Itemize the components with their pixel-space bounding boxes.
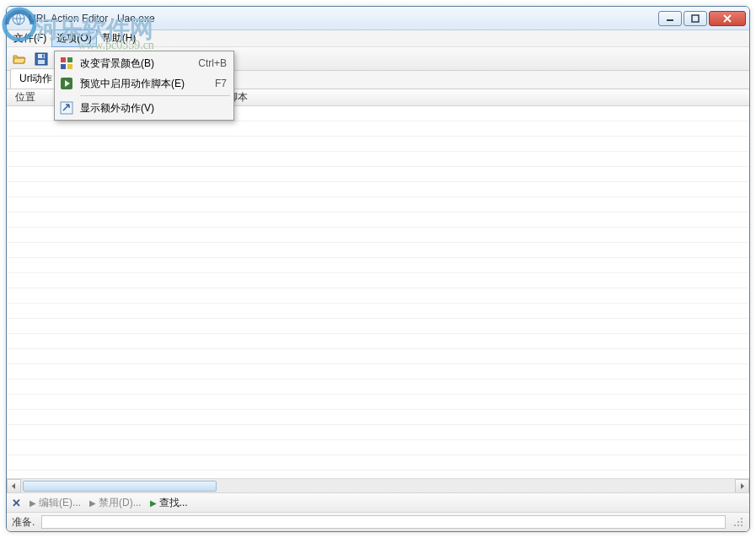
folder-open-icon — [12, 51, 27, 67]
svg-point-9 — [737, 521, 739, 523]
options-dropdown: 改变背景颜色(B) Ctrl+B 预览中启用动作脚本(E) F7 显示额外动作(… — [54, 51, 234, 121]
list-content[interactable] — [7, 106, 749, 478]
menuitem-shortcut: F7 — [215, 78, 227, 89]
svg-rect-3 — [692, 15, 699, 22]
resize-grip-icon[interactable] — [732, 516, 744, 528]
menuitem-enable-preview-script[interactable]: 预览中启用动作脚本(E) F7 — [56, 73, 232, 94]
horizontal-scrollbar[interactable] — [7, 478, 749, 492]
svg-rect-17 — [67, 64, 72, 69]
triangle-icon: ▶ — [89, 498, 96, 508]
svg-point-8 — [741, 518, 743, 519]
svg-point-13 — [741, 525, 743, 526]
menuitem-change-bg-color[interactable]: 改变背景颜色(B) Ctrl+B — [56, 53, 232, 73]
edit-action-button[interactable]: ▶编辑(E)... — [29, 496, 81, 510]
app-icon — [12, 12, 25, 25]
menu-separator — [80, 95, 230, 96]
find-action-label: 查找... — [159, 496, 188, 510]
open-button[interactable] — [10, 50, 29, 68]
triangle-green-icon: ▶ — [150, 498, 157, 508]
svg-point-12 — [737, 525, 739, 526]
titlebar: URL Action Editor - Uae.exe — [7, 7, 749, 30]
menubar: 文件(F) 选项(O) 帮助(H) — [7, 30, 749, 47]
disable-action-button[interactable]: ▶禁用(D)... — [89, 496, 142, 510]
menuitem-label: 预览中启用动作脚本(E) — [80, 77, 205, 91]
svg-rect-6 — [38, 60, 45, 64]
scroll-left-button[interactable] — [7, 479, 21, 493]
arrow-box-icon — [58, 100, 75, 116]
menuitem-show-extra-actions[interactable]: 显示额外动作(V) — [56, 98, 232, 118]
statusbar: 准备. — [7, 513, 749, 531]
maximize-button[interactable] — [684, 11, 707, 26]
floppy-save-icon — [34, 51, 49, 67]
scroll-right-button[interactable] — [735, 479, 749, 493]
play-box-icon — [58, 75, 75, 92]
find-action-button[interactable]: ▶查找... — [150, 496, 188, 510]
status-text: 准备. — [12, 515, 35, 530]
minimize-button[interactable] — [658, 11, 682, 26]
menuitem-label: 显示额外动作(V) — [80, 101, 227, 116]
svg-point-11 — [734, 525, 736, 526]
disable-action-label: 禁用(D)... — [99, 496, 142, 510]
menuitem-label: 改变背景颜色(B) — [80, 56, 188, 71]
svg-rect-7 — [42, 54, 44, 57]
action-strip: ✕ ▶编辑(E)... ▶禁用(D)... ▶查找... — [7, 492, 749, 513]
edit-action-label: 编辑(E)... — [39, 496, 81, 510]
window-title: URL Action Editor - Uae.exe — [29, 13, 658, 24]
svg-rect-15 — [67, 57, 72, 62]
svg-rect-16 — [61, 64, 66, 69]
menu-options[interactable]: 选项(O) — [51, 30, 96, 47]
triangle-icon: ▶ — [29, 498, 36, 508]
svg-point-10 — [741, 521, 743, 523]
menu-file[interactable]: 文件(F) — [8, 30, 51, 47]
scroll-track[interactable] — [21, 479, 735, 493]
save-button[interactable] — [32, 50, 51, 68]
svg-rect-14 — [61, 57, 66, 62]
menu-help[interactable]: 帮助(H) — [97, 30, 142, 47]
scroll-thumb[interactable] — [23, 481, 217, 492]
close-button[interactable] — [709, 11, 746, 26]
close-panel-icon[interactable]: ✕ — [12, 497, 21, 509]
menuitem-shortcut: Ctrl+B — [198, 57, 227, 69]
status-field — [41, 515, 726, 529]
color-grid-icon — [58, 55, 75, 72]
